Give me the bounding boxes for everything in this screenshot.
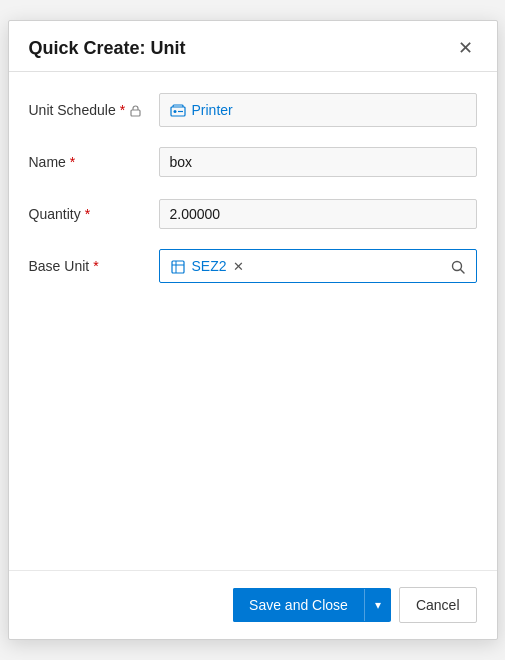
unit-schedule-field: Printer (159, 93, 477, 127)
base-unit-field[interactable]: SEZ2 ✕ (159, 249, 477, 283)
dialog-footer: Save and Close ▾ Cancel (9, 570, 497, 639)
cancel-button[interactable]: Cancel (399, 587, 477, 623)
base-unit-field-wrapper: SEZ2 ✕ (159, 249, 477, 283)
chevron-down-icon: ▾ (375, 598, 381, 612)
base-unit-clear-button[interactable]: ✕ (233, 259, 244, 274)
name-input[interactable] (159, 147, 477, 177)
unit-schedule-value-link[interactable]: Printer (192, 102, 233, 118)
dialog-title: Quick Create: Unit (29, 38, 186, 59)
close-button[interactable]: ✕ (454, 37, 477, 59)
unit-schedule-icon (170, 101, 186, 118)
base-unit-search-icon[interactable] (450, 257, 466, 274)
quantity-field-wrapper (159, 199, 477, 229)
quantity-row: Quantity * (29, 196, 477, 232)
dialog-header: Quick Create: Unit ✕ (9, 21, 497, 72)
save-close-main-button[interactable]: Save and Close (233, 588, 364, 622)
base-unit-label: Base Unit * (29, 258, 159, 274)
quantity-required-indicator: * (85, 206, 90, 222)
save-close-dropdown-button[interactable]: ▾ (364, 589, 391, 621)
name-field-wrapper (159, 147, 477, 177)
unit-schedule-label: Unit Schedule * (29, 102, 159, 118)
svg-rect-0 (131, 110, 140, 116)
dialog-body: Unit Schedule * (9, 72, 497, 570)
base-unit-row: Base Unit * SEZ2 ✕ (29, 248, 477, 284)
base-unit-required-indicator: * (93, 258, 98, 274)
quick-create-dialog: Quick Create: Unit ✕ Unit Schedule * (8, 20, 498, 640)
svg-line-8 (460, 269, 464, 273)
unit-schedule-row: Unit Schedule * (29, 92, 477, 128)
quantity-label: Quantity * (29, 206, 159, 222)
base-unit-icon (170, 257, 186, 274)
base-unit-value-link[interactable]: SEZ2 (192, 258, 227, 274)
save-close-button-group: Save and Close ▾ (233, 588, 391, 622)
name-label: Name * (29, 154, 159, 170)
name-row: Name * (29, 144, 477, 180)
required-indicator: * (120, 102, 125, 118)
lock-icon (129, 103, 142, 117)
svg-rect-4 (172, 261, 184, 273)
name-required-indicator: * (70, 154, 75, 170)
close-icon: ✕ (458, 39, 473, 57)
quantity-input[interactable] (159, 199, 477, 229)
svg-point-2 (173, 110, 176, 113)
unit-schedule-field-wrapper: Printer (159, 93, 477, 127)
